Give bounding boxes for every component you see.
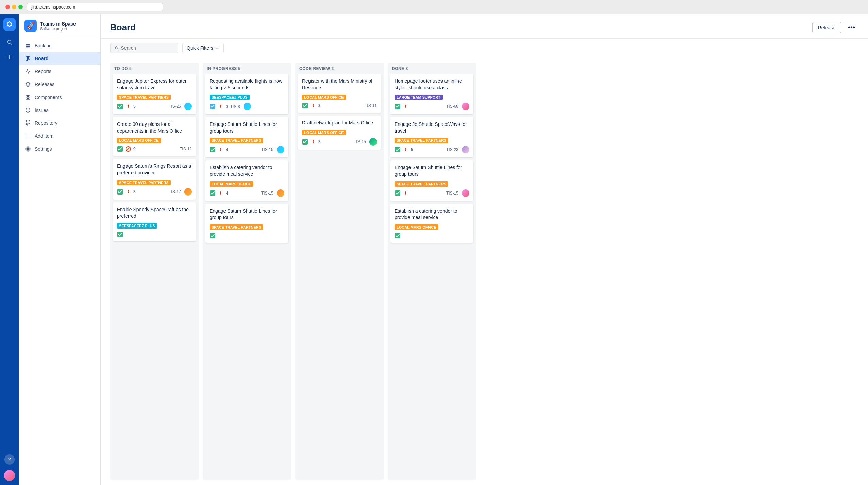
- settings-label: Settings: [35, 146, 52, 152]
- help-icon[interactable]: ?: [4, 454, 15, 465]
- svg-rect-38: [405, 193, 406, 195]
- icon-bar: ?: [0, 14, 19, 485]
- sidebar-item-add-item[interactable]: Add item: [19, 130, 100, 143]
- card-avatar: [369, 138, 377, 146]
- card-type-icon: [395, 233, 401, 239]
- card[interactable]: Draft network plan for Mars OfficeLOCAL …: [298, 116, 381, 150]
- sidebar-item-settings[interactable]: Settings: [19, 143, 100, 155]
- card-footer: 3TIS-8: [210, 103, 284, 110]
- search-input[interactable]: [121, 45, 174, 51]
- card[interactable]: Establish a catering vendor to provide m…: [390, 204, 473, 243]
- column-todo: TO DO 5Engage Jupiter Express for outer …: [110, 63, 199, 480]
- card-footer: 4TIS-15: [210, 189, 284, 197]
- card-title: Engage Saturn Shuttle Lines for group to…: [210, 121, 284, 134]
- sidebar-item-issues[interactable]: Issues: [19, 104, 100, 117]
- card-type-icon: [117, 189, 123, 195]
- column-inprogress: IN PROGRESS 5Requesting available flight…: [203, 63, 291, 480]
- create-icon[interactable]: [3, 51, 16, 63]
- card-title: Engage Saturn Shuttle Lines for group to…: [210, 208, 284, 221]
- card-priority-icon: [218, 190, 224, 196]
- card-priority-icon: [125, 146, 131, 152]
- search-icon: [115, 46, 119, 50]
- minimize-button[interactable]: [12, 5, 16, 9]
- sidebar-item-reports[interactable]: Reports: [19, 65, 100, 78]
- card-avatar: [184, 188, 192, 196]
- app-logo[interactable]: [3, 18, 16, 31]
- card[interactable]: Establish a catering vendor to provide m…: [205, 160, 288, 201]
- repository-label: Repository: [35, 120, 57, 126]
- components-icon: [24, 94, 31, 101]
- maximize-button[interactable]: [18, 5, 23, 9]
- user-avatar[interactable]: [4, 470, 15, 481]
- card[interactable]: Create 90 day plans for all departments …: [113, 117, 196, 156]
- card[interactable]: Engage Saturn Shuttle Lines for group to…: [205, 204, 288, 243]
- card-footer: 5TIS-25: [117, 103, 192, 110]
- column-done: DONE 8Homepage footer uses an inline sty…: [388, 63, 476, 480]
- card[interactable]: Engage JetShuttle SpaceWays for travelSP…: [390, 117, 473, 157]
- card[interactable]: Engage Saturn's Rings Resort as a prefer…: [113, 159, 196, 199]
- sidebar-item-components[interactable]: Components: [19, 91, 100, 104]
- card-type-icon: [117, 103, 123, 110]
- card-tag: SEESPACEEZ PLUS: [117, 223, 157, 229]
- quick-filters-button[interactable]: Quick Filters: [182, 43, 224, 53]
- card-tag: LOCAL MARS OFFICE: [302, 130, 346, 135]
- issues-label: Issues: [35, 107, 48, 113]
- svg-point-11: [28, 111, 28, 111]
- card-count: 3: [318, 139, 321, 144]
- card-count: 5: [411, 147, 413, 152]
- add-item-label: Add item: [35, 133, 53, 139]
- card[interactable]: Engage Saturn Shuttle Lines for group to…: [205, 117, 288, 157]
- components-label: Components: [35, 95, 62, 100]
- card-count: 4: [226, 147, 228, 152]
- main-content: Board Release ••• Quick Filters TO D: [101, 14, 868, 485]
- release-button[interactable]: Release: [812, 22, 841, 33]
- card-type-icon: [210, 147, 216, 153]
- card-footer: 4TIS-15: [210, 146, 284, 153]
- card[interactable]: Homepage footer uses an inline style - s…: [390, 74, 473, 114]
- search-box[interactable]: [110, 43, 178, 53]
- card-footer: TIS-15: [395, 189, 469, 197]
- column-header-todo: TO DO 5: [110, 63, 199, 74]
- card-tag: LOCAL MARS OFFICE: [117, 138, 161, 143]
- card-tag: LOCAL MARS OFFICE: [395, 224, 438, 230]
- card[interactable]: Engage Saturn Shuttle Lines for group to…: [390, 160, 473, 201]
- backlog-label: Backlog: [35, 43, 52, 48]
- project-header: 🚀 Teams in Space Software project: [19, 14, 100, 36]
- close-button[interactable]: [5, 5, 10, 9]
- app-container: ? 🚀 Teams in Space Software project Back…: [0, 14, 868, 485]
- card-priority-icon: [403, 190, 409, 196]
- sidebar-item-backlog[interactable]: Backlog: [19, 39, 100, 52]
- settings-icon: [24, 146, 31, 152]
- more-options-button[interactable]: •••: [845, 21, 858, 34]
- card[interactable]: Register with the Mars Ministry of Reven…: [298, 74, 381, 113]
- address-bar[interactable]: jira.teamsinspace.com: [27, 3, 163, 11]
- card[interactable]: Engage Jupiter Express for outer solar s…: [113, 74, 196, 114]
- sidebar-item-repository[interactable]: Repository: [19, 117, 100, 130]
- card-title: Engage Saturn's Rings Resort as a prefer…: [117, 163, 192, 176]
- card-count: 9: [133, 147, 136, 151]
- card-type-icon: [117, 146, 123, 152]
- toolbar: Quick Filters: [101, 39, 868, 57]
- card[interactable]: Enable Speedy SpaceCraft as the preferre…: [113, 202, 196, 241]
- card[interactable]: Requesting available flights is now taki…: [205, 74, 288, 114]
- card-avatar: [462, 103, 469, 110]
- card-id: TIS-15: [261, 147, 273, 152]
- sidebar-item-board[interactable]: Board: [19, 52, 100, 65]
- card-tag: SEESPACEEZ PLUS: [210, 95, 250, 100]
- svg-rect-3: [26, 56, 28, 61]
- card-priority-icon: [403, 147, 409, 153]
- svg-rect-23: [220, 106, 221, 108]
- card-title: Establish a catering vendor to provide m…: [210, 164, 284, 178]
- board-label: Board: [35, 56, 48, 61]
- card-footer: 3TIS-15: [302, 138, 377, 146]
- sidebar-item-releases[interactable]: Releases: [19, 78, 100, 91]
- card-tag: LOCAL MARS OFFICE: [210, 181, 253, 187]
- card-footer: [210, 233, 284, 239]
- card-id: TIS-23: [446, 147, 458, 152]
- svg-rect-25: [220, 149, 221, 151]
- svg-rect-16: [128, 106, 129, 108]
- card-title: Draft network plan for Mars Office: [302, 120, 377, 127]
- search-icon[interactable]: [3, 36, 16, 48]
- project-name: Teams in Space: [40, 21, 76, 27]
- card-title: Create 90 day plans for all departments …: [117, 121, 192, 134]
